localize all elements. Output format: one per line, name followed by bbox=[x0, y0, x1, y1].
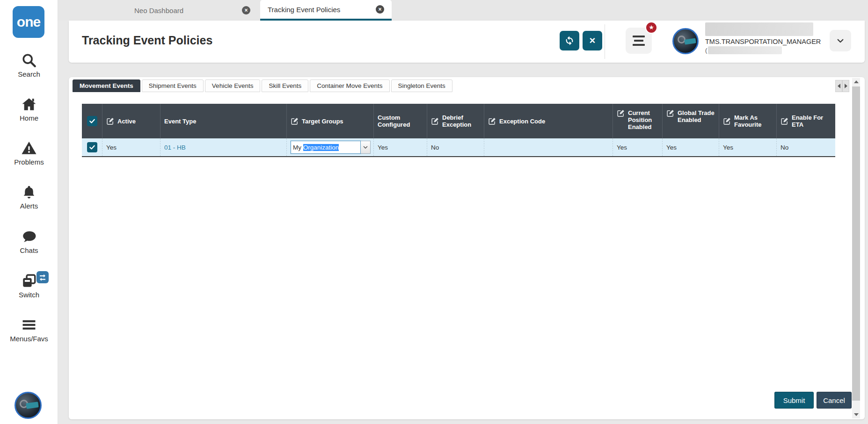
cancel-button[interactable]: Cancel bbox=[817, 392, 852, 409]
edit-icon bbox=[780, 117, 788, 125]
menu-bar bbox=[634, 40, 643, 42]
target-groups-combobox[interactable]: My Organization bbox=[291, 141, 371, 154]
cell-debrief-exception[interactable]: No bbox=[427, 138, 484, 156]
window-tab-neo-dashboard[interactable]: Neo Dashboard × bbox=[127, 0, 258, 21]
arrow-down-icon bbox=[854, 413, 859, 416]
edit-icon bbox=[666, 109, 674, 117]
arrow-up-icon bbox=[854, 80, 859, 83]
window-tab-label: Tracking Event Policies bbox=[268, 6, 340, 14]
avatar-visor bbox=[26, 402, 38, 409]
sidebar-item-alerts[interactable]: Alerts bbox=[0, 184, 58, 210]
menu-bar bbox=[633, 36, 645, 37]
row-checkbox[interactable] bbox=[87, 142, 97, 152]
chevron-right-icon bbox=[845, 84, 847, 88]
column-header-active[interactable]: Active bbox=[102, 104, 160, 138]
column-header-debrief-exception[interactable]: Debrief Exception bbox=[427, 104, 484, 138]
view-tab-label: Skill Events bbox=[269, 82, 301, 89]
redacted-user-name bbox=[705, 22, 813, 36]
left-sidebar: one Search Home Problems Alerts Chats Sw… bbox=[0, 0, 58, 424]
user-menu-chevron-button[interactable] bbox=[830, 30, 851, 51]
submit-button[interactable]: Submit bbox=[774, 392, 814, 409]
column-header-current-position-enabled[interactable]: Current Position Enabled bbox=[613, 104, 663, 138]
column-header-event-type[interactable]: Event Type bbox=[160, 104, 287, 138]
logo-text: one bbox=[17, 14, 40, 30]
close-tab-icon[interactable]: × bbox=[376, 5, 384, 14]
combo-selected-text: Organization bbox=[303, 144, 339, 151]
policies-grid: Active Event Type Target Groups Custom C… bbox=[82, 104, 835, 157]
view-tab-movement-events[interactable]: Movement Events bbox=[73, 79, 140, 92]
chat-icon bbox=[21, 229, 37, 244]
column-header-exception-code[interactable]: Exception Code bbox=[484, 104, 613, 138]
sidebar-user-avatar[interactable] bbox=[15, 392, 42, 419]
check-icon bbox=[89, 118, 95, 124]
sidebar-item-switch[interactable]: Switch bbox=[0, 273, 58, 299]
column-header-mark-as-favourite[interactable]: Mark As Favourite bbox=[719, 104, 777, 138]
scrollbar-thumb[interactable] bbox=[852, 86, 860, 401]
column-label: Current Position Enabled bbox=[628, 109, 658, 130]
warning-icon bbox=[21, 140, 37, 156]
view-tab-shipment-events[interactable]: Shipment Events bbox=[142, 79, 204, 92]
column-label: Target Groups bbox=[302, 118, 343, 125]
event-type-link[interactable]: 01 - HB bbox=[164, 144, 186, 151]
edit-icon bbox=[723, 117, 731, 125]
column-header-custom-configured[interactable]: Custom Configured bbox=[374, 104, 427, 138]
column-label: Global Trade Enabled bbox=[678, 109, 715, 123]
cell-mark-as-favourite[interactable]: Yes bbox=[719, 138, 777, 156]
cell-value: Yes bbox=[378, 144, 388, 151]
combo-dropdown-button[interactable] bbox=[361, 141, 371, 154]
window-tab-label: Neo Dashboard bbox=[134, 7, 183, 14]
sidebar-label: Menus/Favs bbox=[10, 335, 48, 343]
sidebar-label: Alerts bbox=[20, 202, 38, 210]
page-title: Tracking Event Policies bbox=[82, 34, 212, 47]
target-groups-input[interactable]: My Organization bbox=[291, 141, 361, 154]
close-tab-icon[interactable]: × bbox=[242, 6, 250, 14]
cell-global-trade-enabled[interactable]: Yes bbox=[663, 138, 719, 156]
title-bar: Tracking Event Policies × ★ TMS.TRANSPOR… bbox=[69, 21, 865, 63]
column-header-global-trade-enabled[interactable]: Global Trade Enabled bbox=[663, 104, 719, 138]
select-all-checkbox[interactable] bbox=[87, 116, 97, 126]
sidebar-item-home[interactable]: Home bbox=[0, 96, 58, 122]
user-info: TMS.TRANSPORTATION_MANAGER ( bbox=[705, 22, 817, 54]
table-row: Yes 01 - HB My Organization Yes No Yes Y… bbox=[82, 138, 835, 157]
cell-value: Yes bbox=[723, 144, 733, 151]
sidebar-label: Problems bbox=[14, 158, 44, 166]
scroll-down-button[interactable] bbox=[852, 411, 860, 418]
column-label: Mark As Favourite bbox=[734, 114, 773, 128]
vertical-scrollbar[interactable] bbox=[852, 78, 860, 418]
cell-event-type: 01 - HB bbox=[160, 138, 287, 156]
edit-icon bbox=[291, 117, 299, 125]
refresh-button[interactable] bbox=[560, 31, 579, 50]
view-tab-container-move-events[interactable]: Container Move Events bbox=[310, 79, 389, 92]
sidebar-item-menus-favs[interactable]: Menus/Favs bbox=[0, 317, 58, 343]
view-tab-singleton-events[interactable]: Singleton Events bbox=[391, 79, 452, 92]
cell-exception-code[interactable] bbox=[484, 138, 613, 156]
close-view-button[interactable]: × bbox=[583, 31, 602, 50]
scroll-tabs-right-button[interactable] bbox=[842, 80, 849, 92]
cell-value: No bbox=[431, 144, 439, 151]
window-tab-tracking-event-policies[interactable]: Tracking Event Policies × bbox=[260, 0, 392, 21]
close-icon: × bbox=[590, 35, 596, 47]
scroll-up-button[interactable] bbox=[852, 78, 860, 86]
edit-icon bbox=[488, 117, 496, 125]
cell-active[interactable]: Yes bbox=[102, 138, 160, 156]
user-avatar[interactable] bbox=[672, 28, 699, 54]
column-label: Custom Configured bbox=[378, 114, 423, 128]
scroll-tabs-left-button[interactable] bbox=[835, 80, 842, 92]
chevron-left-icon bbox=[838, 84, 840, 88]
view-tab-skill-events[interactable]: Skill Events bbox=[262, 79, 308, 92]
view-tab-vehicle-events[interactable]: Vehicle Events bbox=[205, 79, 261, 92]
one-logo[interactable]: one bbox=[13, 6, 44, 38]
sidebar-item-chats[interactable]: Chats bbox=[0, 229, 58, 255]
content-panel: Movement Events Shipment Events Vehicle … bbox=[69, 77, 865, 419]
switch-arrows-badge[interactable] bbox=[36, 271, 49, 283]
cell-target-groups: My Organization bbox=[287, 138, 374, 156]
cell-enable-for-eta[interactable]: No bbox=[777, 138, 835, 156]
cell-current-position-enabled[interactable]: Yes bbox=[613, 138, 663, 156]
column-header-enable-for-eta[interactable]: Enable For ETA bbox=[777, 104, 835, 138]
sidebar-item-problems[interactable]: Problems bbox=[0, 140, 58, 166]
sidebar-item-search[interactable]: Search bbox=[0, 52, 58, 79]
column-header-target-groups[interactable]: Target Groups bbox=[287, 104, 374, 138]
switch-icon bbox=[21, 273, 37, 289]
view-tab-label: Singleton Events bbox=[398, 82, 445, 89]
cell-value: Yes bbox=[666, 144, 677, 151]
